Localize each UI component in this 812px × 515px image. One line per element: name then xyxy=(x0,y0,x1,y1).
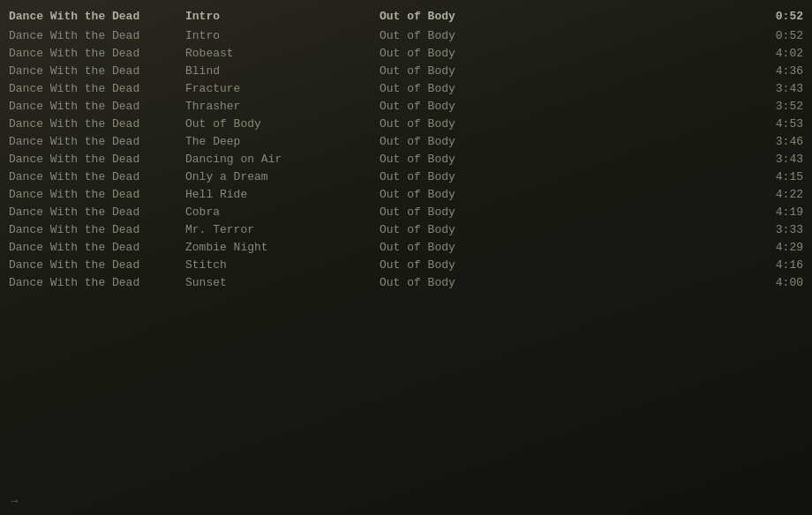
track-artist: Dance With the Dead xyxy=(9,64,185,78)
table-row[interactable]: Dance With the Dead Robeast Out of Body … xyxy=(0,44,812,62)
track-artist: Dance With the Dead xyxy=(9,135,185,148)
table-row[interactable]: Dance With the Dead Zombie Night Out of … xyxy=(0,238,812,256)
header-album: Out of Body xyxy=(380,10,750,23)
table-row[interactable]: Dance With the Dead Dancing on Air Out o… xyxy=(0,150,812,168)
track-title: Dancing on Air xyxy=(185,153,380,166)
track-artist: Dance With the Dead xyxy=(9,276,185,289)
table-row[interactable]: Dance With the Dead Mr. Terror Out of Bo… xyxy=(0,220,812,238)
track-artist: Dance With the Dead xyxy=(9,29,185,42)
track-title: Intro xyxy=(185,29,380,42)
track-duration: 3:43 xyxy=(750,82,803,95)
track-title: The Deep xyxy=(185,135,380,148)
track-album: Out of Body xyxy=(380,117,750,131)
track-title: Cobra xyxy=(185,205,380,219)
track-duration: 3:46 xyxy=(750,135,803,148)
track-title: Only a Dream xyxy=(185,170,380,183)
header-artist: Dance With the Dead xyxy=(9,10,185,23)
track-duration: 3:52 xyxy=(750,100,803,113)
track-duration: 3:43 xyxy=(750,153,803,166)
track-artist: Dance With the Dead xyxy=(9,170,185,183)
track-duration: 4:00 xyxy=(750,276,803,289)
track-duration: 4:29 xyxy=(750,241,803,254)
table-row[interactable]: Dance With the Dead Blind Out of Body 4:… xyxy=(0,62,812,79)
track-title: Fracture xyxy=(185,82,380,95)
track-album: Out of Body xyxy=(380,135,750,148)
table-row[interactable]: Dance With the Dead Intro Out of Body 0:… xyxy=(0,26,812,44)
track-title: Thrasher xyxy=(185,100,380,113)
table-row[interactable]: Dance With the Dead Only a Dream Out of … xyxy=(0,168,812,185)
track-album: Out of Body xyxy=(380,64,750,78)
track-title: Stitch xyxy=(185,258,380,272)
track-album: Out of Body xyxy=(380,223,750,236)
track-album: Out of Body xyxy=(380,29,750,42)
track-artist: Dance With the Dead xyxy=(9,100,185,113)
table-row[interactable]: Dance With the Dead Stitch Out of Body 4… xyxy=(0,256,812,273)
track-title: Hell Ride xyxy=(185,188,380,201)
track-album: Out of Body xyxy=(380,258,750,272)
track-album: Out of Body xyxy=(380,153,750,166)
track-artist: Dance With the Dead xyxy=(9,153,185,166)
track-album: Out of Body xyxy=(380,188,750,201)
track-album: Out of Body xyxy=(380,241,750,254)
track-duration: 4:22 xyxy=(750,188,803,201)
track-duration: 4:16 xyxy=(750,258,803,272)
track-artist: Dance With the Dead xyxy=(9,223,185,236)
header-duration: 0:52 xyxy=(750,10,803,23)
table-row[interactable]: Dance With the Dead Thrasher Out of Body… xyxy=(0,97,812,115)
track-list-header: Dance With the Dead Intro Out of Body 0:… xyxy=(0,7,812,25)
track-artist: Dance With the Dead xyxy=(9,47,185,60)
track-album: Out of Body xyxy=(380,276,750,289)
table-row[interactable]: Dance With the Dead Sunset Out of Body 4… xyxy=(0,273,812,291)
track-album: Out of Body xyxy=(380,170,750,183)
track-title: Sunset xyxy=(185,276,380,289)
track-list: Dance With the Dead Intro Out of Body 0:… xyxy=(0,0,812,298)
track-duration: 4:15 xyxy=(750,170,803,183)
track-duration: 4:53 xyxy=(750,117,803,131)
track-album: Out of Body xyxy=(380,205,750,219)
track-duration: 4:19 xyxy=(750,205,803,219)
track-album: Out of Body xyxy=(380,82,750,95)
track-duration: 3:33 xyxy=(750,223,803,236)
bottom-arrow: → xyxy=(11,494,18,508)
track-title: Robeast xyxy=(185,47,380,60)
table-row[interactable]: Dance With the Dead Out of Body Out of B… xyxy=(0,115,812,132)
track-artist: Dance With the Dead xyxy=(9,258,185,272)
track-title: Mr. Terror xyxy=(185,223,380,236)
track-artist: Dance With the Dead xyxy=(9,82,185,95)
track-artist: Dance With the Dead xyxy=(9,117,185,131)
table-row[interactable]: Dance With the Dead The Deep Out of Body… xyxy=(0,132,812,150)
track-title: Zombie Night xyxy=(185,241,380,254)
table-row[interactable]: Dance With the Dead Cobra Out of Body 4:… xyxy=(0,203,812,220)
table-row[interactable]: Dance With the Dead Hell Ride Out of Bod… xyxy=(0,185,812,203)
track-title: Blind xyxy=(185,64,380,78)
track-artist: Dance With the Dead xyxy=(9,205,185,219)
track-album: Out of Body xyxy=(380,47,750,60)
track-duration: 4:02 xyxy=(750,47,803,60)
track-artist: Dance With the Dead xyxy=(9,188,185,201)
track-artist: Dance With the Dead xyxy=(9,241,185,254)
track-album: Out of Body xyxy=(380,100,750,113)
track-duration: 0:52 xyxy=(750,29,803,42)
track-title: Out of Body xyxy=(185,117,380,131)
track-duration: 4:36 xyxy=(750,64,803,78)
table-row[interactable]: Dance With the Dead Fracture Out of Body… xyxy=(0,79,812,97)
header-title: Intro xyxy=(185,10,380,23)
